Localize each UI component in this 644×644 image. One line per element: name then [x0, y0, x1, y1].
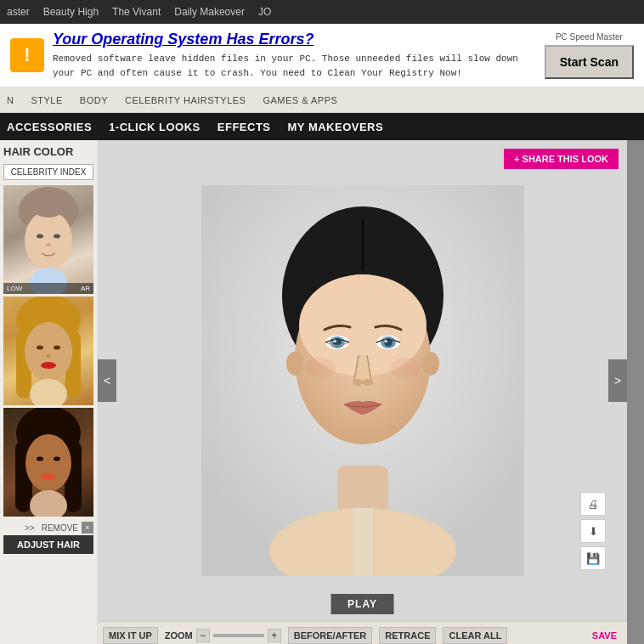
main-content: HAIR COLOR CELEBRITY INDEX	[0, 140, 644, 644]
celebrity-index-button[interactable]: CELEBRITY INDEX	[3, 164, 93, 180]
sub-nav-effects[interactable]: EFFECTS	[217, 121, 271, 133]
right-panel: 🖨 ⬇ 💾	[580, 492, 606, 570]
ad-body: Removed software leave hidden files in y…	[53, 52, 536, 80]
save-button[interactable]: SAVE	[587, 628, 622, 643]
svg-point-43	[286, 352, 303, 376]
mix-it-up-button[interactable]: MIX IT UP	[103, 627, 158, 644]
remove-label: REMOVE	[42, 523, 78, 533]
svg-point-41	[305, 358, 336, 378]
svg-point-6	[30, 190, 67, 217]
start-scan-button[interactable]: Start Scan	[545, 45, 634, 79]
celebrity-face-3	[3, 408, 93, 517]
svg-point-11	[37, 346, 43, 350]
celebrity-photo-2[interactable]	[3, 297, 93, 405]
remove-bar: >> REMOVE ×	[3, 522, 93, 534]
svg-point-39	[353, 379, 363, 386]
sub-nav-my-makeovers[interactable]: MY MAKEOVERS	[288, 121, 384, 133]
svg-point-1	[25, 211, 72, 270]
portrait-svg	[201, 185, 524, 576]
remove-x-button[interactable]: ×	[82, 522, 93, 534]
right-sidebar-strip	[627, 140, 644, 644]
retrace-button[interactable]: RETRACE	[379, 627, 436, 644]
portrait-container	[98, 140, 627, 621]
svg-point-20	[37, 457, 43, 461]
sidebar: HAIR COLOR CELEBRITY INDEX	[0, 140, 98, 644]
svg-point-4	[46, 243, 51, 246]
top-nav-item-beauty-high[interactable]: Beauty High	[43, 6, 99, 18]
save-icon-button[interactable]: 💾	[580, 546, 606, 570]
ad-right: PC Speed Master Start Scan	[545, 32, 634, 79]
next-arrow-button[interactable]: >	[608, 359, 627, 402]
svg-point-15	[30, 379, 67, 405]
celebrity-photo-3[interactable]	[3, 408, 93, 517]
top-nav-item-the-vivant[interactable]: The Vivant	[112, 6, 161, 18]
svg-point-12	[54, 346, 60, 350]
main-nav-body[interactable]: BODY	[80, 95, 108, 105]
arrows-label: >>	[25, 523, 35, 533]
ad-right-label: PC Speed Master	[545, 32, 634, 42]
svg-point-23	[30, 490, 67, 517]
play-button[interactable]: PLAY	[330, 594, 394, 614]
sidebar-bottom-controls: >> REMOVE × ADJUST HAIR	[3, 522, 93, 554]
share-look-button[interactable]: + SHARE THIS LOOK	[504, 149, 619, 169]
svg-point-10	[25, 322, 72, 381]
warning-icon: !	[10, 38, 44, 72]
canvas-main: + SHARE THIS LOOK < > 🖨 ⬇ 💾 PLAY	[98, 140, 627, 621]
main-nav-games-apps[interactable]: GAMES & APPS	[263, 95, 337, 105]
svg-point-3	[54, 234, 60, 239]
svg-rect-27	[353, 508, 373, 576]
prev-arrow-button[interactable]: <	[98, 359, 116, 402]
celeb-label-1: LOW AR	[3, 283, 93, 294]
celebrity-face-1	[3, 185, 93, 294]
top-nav-item-jo[interactable]: JO	[258, 6, 271, 18]
main-navigation: N STYLE BODY CELEBRITY HAIRSTYLES GAMES …	[0, 88, 644, 113]
svg-point-13	[46, 354, 51, 358]
canvas-area: + SHARE THIS LOOK < > 🖨 ⬇ 💾 PLAY MIX IT …	[98, 140, 627, 644]
sub-nav-1click-looks[interactable]: 1-CLICK LOOKS	[109, 121, 201, 133]
top-nav-item-aster[interactable]: aster	[7, 6, 30, 18]
clear-all-button[interactable]: CLEAR ALL	[443, 627, 507, 644]
before-after-button[interactable]: BEFORE/AFTER	[288, 627, 373, 644]
adjust-hair-button[interactable]: ADJUST HAIR	[3, 535, 93, 554]
zoom-slider[interactable]	[213, 634, 264, 637]
bottom-toolbar: MIX IT UP ZOOM − + BEFORE/AFTER RETRACE …	[98, 621, 627, 644]
svg-point-42	[390, 358, 421, 378]
zoom-minus-button[interactable]: −	[196, 629, 210, 642]
main-nav-celebrity-hairstyles[interactable]: CELEBRITY HAIRSTYLES	[125, 95, 246, 105]
svg-point-14	[41, 362, 56, 369]
sub-navigation: ACCESSORIES 1-CLICK LOOKS EFFECTS MY MAK…	[0, 113, 644, 140]
sub-nav-accessories[interactable]: ACCESSORIES	[7, 121, 92, 133]
svg-point-19	[25, 434, 71, 492]
zoom-plus-button[interactable]: +	[268, 629, 281, 642]
svg-point-22	[41, 474, 56, 480]
svg-point-21	[54, 457, 60, 461]
svg-point-44	[422, 352, 439, 376]
ad-text-block: Your Operating System Has Errors? Remove…	[53, 31, 536, 80]
main-nav-n[interactable]: N	[7, 95, 14, 105]
celebrity-face-2	[3, 297, 93, 405]
svg-point-40	[363, 379, 373, 386]
download-button[interactable]: ⬇	[580, 519, 606, 543]
top-nav-item-daily-makeover[interactable]: Daily Makeover	[174, 6, 245, 18]
ad-banner: ! Your Operating System Has Errors? Remo…	[0, 24, 644, 88]
ad-title[interactable]: Your Operating System Has Errors?	[53, 31, 536, 48]
zoom-control: ZOOM − +	[165, 629, 281, 642]
celebrity-photo-1[interactable]: LOW AR	[3, 185, 93, 294]
print-button[interactable]: 🖨	[580, 492, 606, 516]
hair-color-title: HAIR COLOR	[3, 145, 93, 158]
zoom-label: ZOOM	[165, 630, 193, 641]
svg-point-2	[37, 234, 43, 239]
top-navigation: aster Beauty High The Vivant Daily Makeo…	[0, 0, 644, 24]
main-nav-style[interactable]: STYLE	[31, 95, 62, 105]
